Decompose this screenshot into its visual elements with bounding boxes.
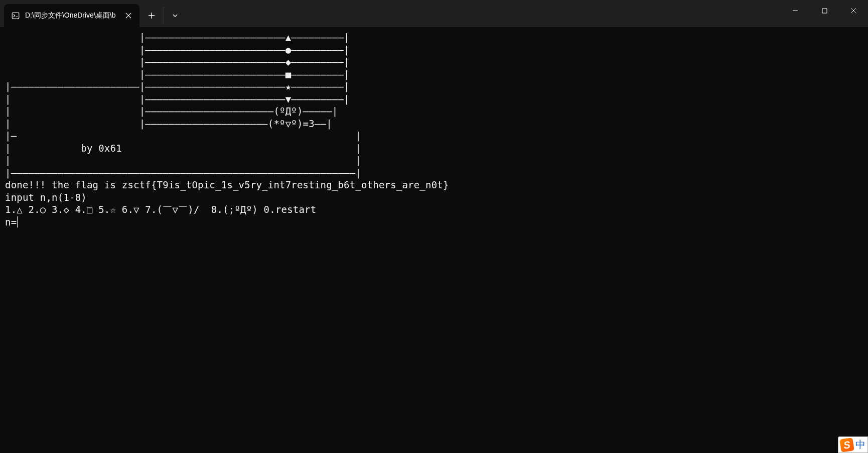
ime-indicator[interactable]: S 中: [838, 436, 868, 453]
tab-divider: [164, 7, 164, 24]
cursor-line: n=: [5, 216, 17, 228]
maximize-button[interactable]: [810, 0, 839, 21]
titlebar: D:\同步文件\OneDrive\桌面\b: [0, 0, 868, 27]
new-tab-button[interactable]: [141, 4, 162, 27]
titlebar-drag-region[interactable]: [184, 0, 781, 27]
tab-dropdown-button[interactable]: [166, 4, 184, 27]
active-tab[interactable]: D:\同步文件\OneDrive\桌面\b: [4, 4, 139, 27]
text-cursor: [17, 216, 18, 228]
done-line: done!!! the flag is zsctf{T9is_tOpic_1s_…: [5, 179, 449, 190]
minimize-button[interactable]: [781, 0, 810, 21]
window-controls: [781, 0, 868, 27]
options-line: 1.△ 2.○ 3.◇ 4.□ 5.☆ 6.▽ 7.(￣▽￣)/ 8.(;ºДº…: [5, 204, 316, 215]
sogou-icon: S: [839, 437, 854, 452]
tab-title: D:\同步文件\OneDrive\桌面\b: [25, 11, 115, 20]
ime-language-label: 中: [855, 438, 865, 451]
svg-rect-1: [822, 9, 827, 13]
terminal-icon: [11, 11, 20, 20]
terminal-output[interactable]: |————————————————————————▲—————————| |——…: [0, 27, 868, 230]
svg-rect-0: [12, 13, 19, 19]
ascii-art: |————————————————————————▲—————————| |——…: [5, 32, 361, 178]
input-prompt-line: input n,n(1-8): [5, 192, 87, 203]
close-window-button[interactable]: [839, 0, 868, 21]
close-tab-button[interactable]: [123, 11, 133, 21]
